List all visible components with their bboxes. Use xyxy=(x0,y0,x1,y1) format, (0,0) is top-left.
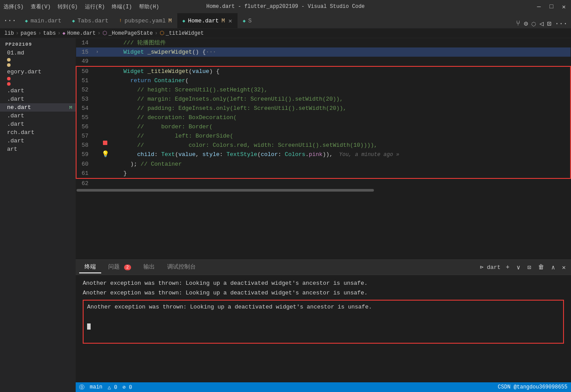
fold-arrow xyxy=(94,57,101,66)
nav-back-icon[interactable]: ◁ xyxy=(539,19,544,28)
breadcrumb-sep: › xyxy=(97,30,100,36)
git-icon[interactable]: ⊙ xyxy=(524,19,528,28)
sidebar-title: PP202109 xyxy=(0,38,76,49)
breadcrumb-pages[interactable]: pages xyxy=(21,30,37,36)
breadcrumb-class-icon: ⬡ xyxy=(102,30,107,36)
menu-select[interactable]: 选择(S) xyxy=(4,3,24,11)
sidebar-item-dart-s[interactable]: .dart xyxy=(0,95,76,103)
fold-arrow xyxy=(94,131,101,141)
dart-icon: ◆ xyxy=(72,18,75,24)
lightbulb-icon[interactable]: 💡 xyxy=(102,150,109,159)
tab-problems-label: 问题 xyxy=(108,264,120,270)
tab-pubspec-yaml[interactable]: ! pubspec.yaml M xyxy=(114,13,177,28)
scrollbar-thumb[interactable] xyxy=(77,189,374,192)
line-content xyxy=(115,57,571,66)
gutter-col[interactable]: 💡 xyxy=(101,150,110,159)
breadcrumb-icon[interactable]: ◌ xyxy=(531,19,536,28)
sidebar-item-rch-dart[interactable]: rch.dart xyxy=(0,128,76,137)
tab-tabs-dart[interactable]: ◆ Tabs.dart xyxy=(67,13,114,28)
table-row: 52 // height: ScreenUtil().setHeight(32)… xyxy=(76,85,571,94)
menu-bar[interactable]: 选择(S) 查看(V) 转到(G) 运行(R) 终端(I) 帮助(H) xyxy=(4,3,159,11)
sidebar-item-dot3[interactable] xyxy=(0,76,76,81)
terminal-tab-bar: 终端 问题 2 输出 调试控制台 ⊳ dart + ∨ ⊡ 🗑 xyxy=(76,260,571,275)
close-button[interactable]: ✕ xyxy=(560,3,567,11)
window-controls[interactable]: — □ ✕ xyxy=(535,3,567,11)
table-row: 62 xyxy=(76,178,571,188)
tab-home-dart[interactable]: ◆ Home.dart M ✕ xyxy=(177,13,238,28)
main-layout: PP202109 01.md egory.dart .dart .dart ne… xyxy=(0,38,571,392)
sidebar-item-dot4[interactable] xyxy=(0,81,76,87)
sidebar-item-dart2[interactable]: .dart xyxy=(0,112,76,120)
table-row: 51 return Container( xyxy=(76,76,571,85)
sidebar-item-label: .dart xyxy=(7,87,24,94)
status-branch-icon[interactable]: ⓪ xyxy=(79,384,84,391)
tab-label: Home.dart xyxy=(188,18,219,24)
breadcrumb-tabs[interactable]: tabs xyxy=(43,30,56,36)
maximize-button[interactable]: □ xyxy=(548,3,555,11)
sidebar-item-egory[interactable]: egory.dart xyxy=(0,68,76,76)
add-terminal-button[interactable]: + xyxy=(504,263,511,272)
status-warnings[interactable]: △ 0 xyxy=(108,384,117,391)
tab-label: main.dart xyxy=(30,18,61,24)
more-actions-icon[interactable]: ··· xyxy=(555,20,567,28)
fold-arrow[interactable]: › xyxy=(94,47,101,57)
sidebar-item-dart1[interactable]: .dart xyxy=(0,87,76,95)
fold-arrow xyxy=(94,104,101,113)
terminal-actions: ⊳ dart + ∨ ⊡ 🗑 ∧ ✕ xyxy=(480,263,567,272)
sidebar-item-art[interactable]: art xyxy=(0,145,76,153)
split-editor-icon[interactable]: ⊡ xyxy=(547,19,552,28)
tab-label: Tabs.dart xyxy=(77,18,108,24)
sidebar-item-ne-dart[interactable]: ne.dart M xyxy=(0,103,76,112)
orange-dot-icon xyxy=(7,63,11,67)
tab-terminal[interactable]: 终端 xyxy=(79,261,101,273)
menu-help[interactable]: 帮助(H) xyxy=(139,3,159,11)
sidebar-item-dot1[interactable] xyxy=(0,57,76,62)
menu-view[interactable]: 查看(V) xyxy=(31,3,51,11)
terminal-dropdown-button[interactable]: ∨ xyxy=(515,263,522,272)
line-number: 15 xyxy=(76,47,94,57)
close-terminal-button[interactable]: ✕ xyxy=(560,263,567,272)
breadcrumb-sep: › xyxy=(58,30,61,36)
breadcrumb-homestate[interactable]: _HomePageState xyxy=(109,30,153,36)
tab-problems[interactable]: 问题 2 xyxy=(103,261,136,273)
status-branch[interactable]: main xyxy=(90,384,102,390)
line-content: // decoration: BoxDecoration( xyxy=(115,113,571,122)
tab-close-button[interactable]: ✕ xyxy=(228,17,232,25)
sidebar-item-dart4[interactable]: .dart xyxy=(0,137,76,145)
status-errors[interactable]: ⊘ 0 xyxy=(122,384,132,391)
sidebar-item-dot2[interactable] xyxy=(0,62,76,68)
source-control-icon[interactable]: ⑂ xyxy=(516,20,520,28)
tab-debug-console[interactable]: 调试控制台 xyxy=(162,261,201,273)
collapse-terminal-button[interactable]: ∧ xyxy=(549,263,556,272)
split-terminal-button[interactable]: ⊡ xyxy=(526,263,533,272)
terminal-line: Another exception was thrown: Looking up… xyxy=(83,288,564,298)
sidebar-item-dart3[interactable]: .dart xyxy=(0,120,76,128)
code-editor[interactable]: 14 /// 轮播图组件 15 › Widget _swiperWidget()… xyxy=(76,38,571,259)
dart-icon: ◆ xyxy=(183,18,186,24)
minimize-button[interactable]: — xyxy=(535,3,542,11)
line-number: 55 xyxy=(76,113,94,122)
breadcrumb-widget-icon: ⬡ xyxy=(160,30,164,36)
tab-overflow-button[interactable]: ··· xyxy=(0,13,20,28)
sidebar-item-label: egory.dart xyxy=(7,69,41,75)
modified-indicator: M xyxy=(221,18,225,24)
fold-arrow xyxy=(94,141,101,150)
yaml-icon: ! xyxy=(119,18,122,23)
menu-goto[interactable]: 转到(G) xyxy=(58,3,78,11)
menu-run[interactable]: 运行(R) xyxy=(85,3,105,11)
breadcrumb-lib[interactable]: lib xyxy=(4,30,14,36)
breadcrumb-home-dart[interactable]: Home.dart xyxy=(67,30,96,36)
menu-terminal[interactable]: 终端(I) xyxy=(112,3,132,11)
sidebar-item-01md[interactable]: 01.md xyxy=(0,49,76,57)
breadcrumb-titlewidget[interactable]: _titleWidget xyxy=(166,30,204,36)
table-row: 61 } xyxy=(76,169,571,178)
tab-s-file[interactable]: ◆ S xyxy=(238,13,257,28)
fold-arrow[interactable] xyxy=(94,38,101,47)
window-title: Home.dart - flutter_app202109 - Visual S… xyxy=(206,4,365,10)
line-number: 60 xyxy=(76,160,94,169)
tab-output[interactable]: 输出 xyxy=(138,261,160,273)
clear-terminal-button[interactable]: 🗑 xyxy=(536,263,546,272)
tab-main-dart[interactable]: ◆ main.dart xyxy=(20,13,67,28)
horizontal-scrollbar[interactable] xyxy=(76,189,571,193)
table-row: 50 Widget _titleWidget(value) { xyxy=(76,66,571,76)
